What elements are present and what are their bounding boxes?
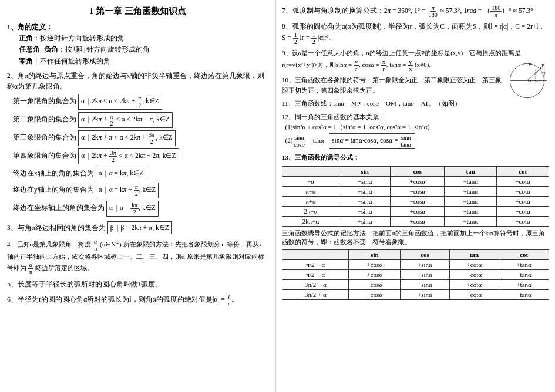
r12-box: sinα = tanα·cosα, cosα = sinαtanα bbox=[329, 133, 415, 149]
cot-pi+a: +cotα bbox=[497, 196, 549, 206]
cos-pi2-a: +sinα bbox=[401, 260, 449, 270]
r7-frac: π180 bbox=[428, 5, 439, 18]
tan-2pi-a: −tanα bbox=[445, 206, 497, 216]
set-coord-formula: α｜α = kπ2, k∈Z bbox=[106, 201, 159, 217]
cos-pi+a: −cosα bbox=[391, 196, 445, 206]
trig-row-neg-a: −α −sinα +cosα −tanα −cotα bbox=[282, 176, 549, 186]
tan-3pi2+a: −cotα bbox=[449, 290, 499, 300]
set-x-axis: 终边在x轴上的角的集合为 α｜α = kπ, k∈Z bbox=[13, 166, 268, 181]
trig-row-3pi2-a: 3π/2 − α −cosα −sinα +cotα +tanα bbox=[282, 280, 549, 290]
sin-neg-a: −sinα bbox=[339, 176, 390, 186]
trig-row-2pi-a: 2π−α −sinα +cosα −tanα −cotα bbox=[282, 206, 549, 216]
s1-content: 正角：按逆时针方向旋转形成的角 任意角 负角：按顺时针方向旋转形成的角 零角：不… bbox=[7, 33, 268, 67]
cot-3pi2+a: −tanα bbox=[499, 290, 549, 300]
section-3: 3、与角α终边相同的角的集合为 β｜β = 2kπ + α, k∈Z bbox=[7, 221, 268, 235]
s2-title: 2、角α的终边与原点重合，角的始边与x轴的非负半轴重合，终边落在第几象限，则称α… bbox=[7, 70, 268, 92]
right-panel: 7、弧度制与角度制的换算公式：2π = 360°, 1° = π180 ≈ 57… bbox=[276, 0, 555, 392]
th-tan2: tan bbox=[449, 250, 499, 260]
trig-row-pi2+a: π/2 + α +cosα −sinα −cotα −tanα bbox=[282, 270, 549, 280]
cos-pi2+a: −sinα bbox=[401, 270, 449, 280]
svg-text:P: P bbox=[542, 63, 544, 69]
cos-3pi2-a: −sinα bbox=[401, 280, 449, 290]
positive-angle-label: 正角 bbox=[19, 34, 33, 42]
set-q4-formula: α｜2kπ + 3π2 < α < 2kπ + 2π, k∈Z bbox=[78, 148, 179, 164]
tan-pi2+a: −cotα bbox=[449, 270, 499, 280]
th-cos1: cos bbox=[391, 166, 445, 176]
s4-frac2: αn bbox=[28, 262, 33, 275]
s1-title: 1、角的定义： bbox=[7, 23, 53, 31]
angle-pi-a: π−α bbox=[282, 186, 339, 196]
trig-row-pi+a: π+α −sinα −cosα +tanα +cotα bbox=[282, 196, 549, 206]
note-text: 三角函数诱导公式的记忆方法：把前面α的三角函数值，把前面加上一个k·π算符号时，… bbox=[282, 229, 549, 248]
set-coord-axis: 终边在坐标轴上的角的集合为 α｜α = kπ2, k∈Z bbox=[13, 200, 268, 217]
section-6: 6、半径为r的圆的圆心角α所对的弧长为l，则角α的弧度的绝对值是|α| = lr… bbox=[7, 293, 268, 307]
set-q3: 第三象限角的集合为 α｜2kπ + π < α < 2kπ + 3π2, k∈Z bbox=[13, 130, 268, 147]
section-1: 1、角的定义： 正角：按逆时针方向旋转形成的角 任意角 负角：按顺时针方向旋转形… bbox=[7, 22, 268, 67]
th-cot1: cot bbox=[497, 166, 549, 176]
s6-frac: lr bbox=[227, 293, 231, 307]
sin-3pi2+a: −cosα bbox=[349, 290, 401, 300]
sin-pi+a: −sinα bbox=[339, 196, 390, 206]
sin-pi2+a: +cosα bbox=[349, 270, 401, 280]
section-4: 4、已知α是第几象限角，将度 αn (n∈N⁺) 所在象限的方法：先把各象限划分… bbox=[7, 238, 268, 275]
angle-3pi2-a: 3π/2 − α bbox=[282, 280, 349, 290]
s3-formula: β｜β = 2kπ + α, k∈Z bbox=[107, 221, 172, 234]
r8-item: 8、弧形的圆心角为α(α为弧度制)，半径为r，弧长为C，面积为S，则l = r|… bbox=[282, 21, 549, 45]
s1-line1: 正角：按逆时针方向旋转形成的角 bbox=[19, 33, 268, 44]
set-q1-formula: α｜2kπ < α < 2kπ + π2, k∈Z bbox=[78, 94, 162, 110]
section-2: 2、角α的终边与原点重合，角的始边与x轴的非负半轴重合，终边落在第几象限，则称α… bbox=[7, 70, 268, 217]
angle-pi2-a: π/2 − α bbox=[282, 260, 349, 270]
th-sin1: sin bbox=[339, 166, 390, 176]
zero-angle-label: 零角 bbox=[19, 57, 33, 65]
set-x-formula: α｜α = kπ, k∈Z bbox=[96, 167, 146, 181]
svg-text:x: x bbox=[543, 78, 545, 83]
set-y-formula: α｜α = kπ + π2, k∈Z bbox=[96, 183, 159, 198]
tan-2kpi+a: +tanα bbox=[445, 216, 497, 226]
trig-row-3pi2+a: 3π/2 + α −cosα +sinα −cotα −tanα bbox=[282, 290, 549, 300]
r9-cos: xr bbox=[381, 59, 386, 72]
tan-3pi2-a: +cotα bbox=[449, 280, 499, 290]
svg-text:O: O bbox=[528, 79, 531, 83]
th-sin2: sin bbox=[349, 250, 401, 260]
trig-row-pi-a: π−α +sinα −cosα −tanα −cotα bbox=[282, 186, 549, 196]
cot-pi2+a: −tanα bbox=[499, 270, 549, 280]
trig-row-2kpi+a: 2kπ+α +sinα +cosα +tanα +cotα bbox=[282, 216, 549, 226]
s4-frac: αn bbox=[93, 238, 98, 252]
sin-pi-a: +sinα bbox=[339, 186, 390, 196]
r7-frac2: 180π bbox=[490, 5, 502, 18]
r13-item: 13、三角函数的诱导公式： bbox=[282, 153, 549, 163]
tan-pi+a: +tanα bbox=[445, 196, 497, 206]
tan-neg-a: −tanα bbox=[445, 176, 497, 186]
cot-pi2-a: +tanα bbox=[499, 260, 549, 270]
r9-sin: yr bbox=[354, 59, 359, 72]
cot-neg-a: −cotα bbox=[497, 176, 549, 186]
r8-frac1: 12 bbox=[293, 32, 298, 45]
left-panel: 1 第一章 三角函数知识点 1、角的定义： 正角：按逆时针方向旋转形成的角 任意… bbox=[0, 0, 276, 392]
th-angle2 bbox=[282, 250, 349, 260]
th-angle1 bbox=[282, 166, 339, 176]
sin-3pi2-a: −cosα bbox=[349, 280, 401, 290]
sin-pi2-a: +cosα bbox=[349, 260, 401, 270]
angle-pi2+a: π/2 + α bbox=[282, 270, 349, 280]
r12-frac: sinαcosα bbox=[292, 134, 306, 148]
cos-2pi-a: +cosα bbox=[391, 206, 445, 216]
s1-line2: 任意角 负角：按顺时针方向旋转形成的角 bbox=[19, 44, 268, 55]
section-5: 5、长度等于半径长的弧所对的圆心角叫做1弧度。 bbox=[7, 279, 268, 290]
r12-item: 12、同一角的三角函数的基本关系： (1)sin²α + cos²α = 1（s… bbox=[282, 112, 549, 150]
set-q3-formula: α｜2kπ + π < α < 2kπ + 3π2, k∈Z bbox=[78, 130, 176, 146]
angle-2pi-a: 2π−α bbox=[282, 206, 339, 216]
s3-text: 3、与角α终边相同的角的集合为 β｜β = 2kπ + α, k∈Z bbox=[7, 224, 172, 231]
cos-3pi2+a: +sinα bbox=[401, 290, 449, 300]
page-title: 1 第一章 三角函数知识点 bbox=[7, 6, 268, 17]
set-q4: 第四象限角的集合为 α｜2kπ + 3π2 < α < 2kπ + 2π, k∈… bbox=[13, 148, 268, 165]
negative-angle-label: 负角 bbox=[44, 45, 58, 53]
r8-frac2: 12 bbox=[311, 32, 317, 45]
cos-pi-a: −cosα bbox=[391, 186, 445, 196]
tan-pi2-a: +cotα bbox=[449, 260, 499, 270]
cos-2kpi+a: +cosα bbox=[391, 216, 445, 226]
trig-row-pi2-a: π/2 − α +cosα +sinα +cotα +tanα bbox=[282, 260, 549, 270]
cot-pi-a: −cotα bbox=[497, 186, 549, 196]
angle-3pi2+a: 3π/2 + α bbox=[282, 290, 349, 300]
angle-neg-a: −α bbox=[282, 176, 339, 186]
tan-pi-a: −tanα bbox=[445, 186, 497, 196]
